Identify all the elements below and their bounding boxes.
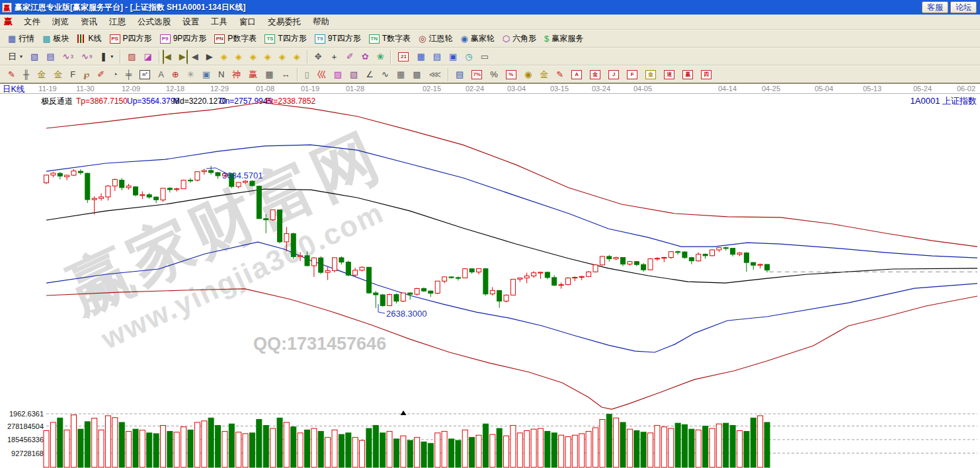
wave-line-button[interactable]: ∿ <box>378 67 393 82</box>
j-angle-button[interactable]: J <box>604 67 623 82</box>
grid-2-button[interactable]: ▩ <box>409 67 425 82</box>
world-clock-tool-button[interactable]: ◷ <box>461 50 476 64</box>
p-number-table-button[interactable]: PNP数字表 <box>210 32 261 46</box>
p-square-button[interactable]: PSP四方形 <box>106 32 156 46</box>
menu-item-settings[interactable]: 设置 <box>177 15 205 30</box>
candle-style-button[interactable]: ❚▾ <box>96 50 117 64</box>
gann-diamond-x-button[interactable]: ◈ <box>261 50 275 64</box>
calendar-tool-button[interactable]: 21 <box>394 50 413 64</box>
win-tool-button[interactable]: 赢 <box>245 67 261 82</box>
app-logo-small-icon: 赢 <box>4 16 13 28</box>
winner-wheel-button[interactable]: ◉赢家轮 <box>456 32 498 46</box>
fan-box-button[interactable]: ▨ <box>330 67 346 82</box>
color-chart-button[interactable]: ◪ <box>140 50 156 64</box>
circle-cross-button[interactable]: ⊕ <box>168 67 183 82</box>
win-angle-button[interactable]: 赢 <box>678 67 697 82</box>
flower-mark-tool-button[interactable]: ✿ <box>358 50 373 64</box>
wave-9-button[interactable]: ∿9 <box>77 50 96 64</box>
first-page-button[interactable]: ◀ <box>163 50 175 64</box>
percent-7-button[interactable]: 7% <box>468 67 486 82</box>
wave-3-button[interactable]: ∿3 <box>59 50 77 64</box>
menu-item-file[interactable]: 文件 <box>18 15 46 30</box>
star-circle-button[interactable]: ✳ <box>183 67 198 82</box>
gann-diamond-left-button[interactable]: ◈ <box>217 50 231 64</box>
box-tool-button[interactable]: ▯ <box>301 67 313 82</box>
n-square-button[interactable]: n² <box>136 67 154 82</box>
four-angle-button[interactable]: 四 <box>697 67 715 82</box>
menu-item-browse[interactable]: 浏览 <box>46 15 75 30</box>
9p-square-button[interactable]: P99P四方形 <box>156 32 211 46</box>
menu-item-tools[interactable]: 工具 <box>205 15 233 30</box>
customer-service-button[interactable]: 客服 <box>922 1 948 13</box>
quotes-button[interactable]: ▦行情 <box>4 32 38 46</box>
menu-item-gann[interactable]: 江恩 <box>103 15 132 30</box>
sectors-button[interactable]: ▩板块 <box>38 32 73 46</box>
next-page-button[interactable]: ▶ <box>202 50 217 64</box>
percent-lines-button[interactable]: % <box>502 67 520 82</box>
speed-angle-button[interactable]: 速 <box>660 67 678 82</box>
brush-tool-button[interactable]: ✐ <box>93 67 108 82</box>
gann-diamond-h-button[interactable]: ◈ <box>246 50 261 64</box>
gann-diamond-plus-button[interactable]: ◈ <box>275 50 290 64</box>
gann-wheel-button[interactable]: ◎江恩轮 <box>415 32 456 46</box>
fan-box-2-button[interactable]: ▧ <box>346 67 362 82</box>
print-tool-button[interactable]: ▭ <box>477 50 493 64</box>
menu-item-help[interactable]: 帮助 <box>307 15 335 30</box>
zoom-mark-tool-button[interactable]: ✐ <box>343 50 358 64</box>
shen-tool-button[interactable]: 神 <box>228 67 245 82</box>
menu-item-window[interactable]: 窗口 <box>233 15 262 30</box>
angle-a-button[interactable]: A <box>154 67 168 82</box>
percent-button[interactable]: % <box>486 67 502 82</box>
spiral-tool-button[interactable]: ℘ <box>79 67 93 82</box>
chart-period-label[interactable]: 日K线 <box>3 85 24 94</box>
pen-angle-button[interactable]: ✎ <box>552 67 567 82</box>
hexagon-button[interactable]: ⬡六角形 <box>499 32 540 46</box>
note-view-button[interactable]: ▤ <box>42 50 58 64</box>
menu-item-trade-order[interactable]: 交易委托 <box>262 15 307 30</box>
t-number-table-button[interactable]: TNT数字表 <box>365 32 415 46</box>
save-tool-button[interactable]: ▣ <box>445 50 461 64</box>
calculator-tool-button[interactable]: ▦ <box>413 50 429 64</box>
grid-1-button[interactable]: ▦ <box>393 67 409 82</box>
square-spiral-button[interactable]: ▣ <box>198 67 214 82</box>
forum-button[interactable]: 论坛 <box>950 1 977 13</box>
h-span-button[interactable]: ↔ <box>278 67 294 82</box>
gann-diamond-right-button[interactable]: ◈ <box>231 50 246 64</box>
notepad-tool-button[interactable]: ▤ <box>429 50 445 64</box>
t-square-button[interactable]: TST四方形 <box>261 32 310 46</box>
gold-angle-button[interactable]: 金 <box>586 67 604 82</box>
hand-tool-button[interactable]: ✥ <box>311 50 326 64</box>
gold-lines-button[interactable]: 金 <box>536 67 552 82</box>
period-daily-button[interactable]: 日▾ <box>4 50 26 64</box>
f-angle-button[interactable]: F <box>623 67 641 82</box>
gann-diamond-star-button[interactable]: ◈ <box>290 50 304 64</box>
gold-circle-button[interactable]: ◉ <box>520 67 536 82</box>
chart-window-button[interactable]: ▧ <box>26 50 42 64</box>
n-wave-button[interactable]: N <box>214 67 228 82</box>
menu-item-news[interactable]: 资讯 <box>75 15 103 30</box>
f-lines-button[interactable]: F <box>66 67 79 82</box>
fan-lines-button[interactable]: 巛 <box>313 67 330 82</box>
angle-line-button[interactable]: ∠ <box>362 67 378 82</box>
gold-ratio-1-button[interactable]: 金 <box>33 67 50 82</box>
gold-angle-2-button[interactable]: 金 <box>641 67 660 82</box>
mosaic-chart-button[interactable]: ▨ <box>124 50 140 64</box>
a-wave-button[interactable]: A <box>567 67 586 82</box>
grid-box-button[interactable]: ▦ <box>261 67 277 82</box>
stats-bars-button[interactable]: ▤ <box>452 67 468 82</box>
prev-page-button[interactable]: ◀ <box>188 50 202 64</box>
last-page-button[interactable]: ▶ <box>175 50 188 64</box>
winner-service-button[interactable]: $赢家服务 <box>540 32 587 46</box>
kline-chart[interactable]: 赢家财富网www.yingjia360.comQQ:173145764611-1… <box>0 84 980 468</box>
time-cycle-button[interactable]: ◔ <box>108 67 122 82</box>
pen-tool-button[interactable]: ✎ <box>4 67 19 82</box>
grid-lines-button[interactable]: ╪ <box>122 67 136 82</box>
gann-ruler-button[interactable]: ╫ <box>19 67 33 82</box>
kline-button[interactable]: K线 <box>73 32 106 46</box>
crosshair-tool-button[interactable]: ＋ <box>326 50 343 64</box>
analyze-tool-button[interactable]: ❀ <box>373 50 388 64</box>
gold-ratio-2-button[interactable]: 金 <box>50 67 66 82</box>
menu-item-formula-stock-pick[interactable]: 公式选股 <box>132 15 177 30</box>
9t-square-button[interactable]: T99T四方形 <box>311 32 365 46</box>
parallel-lines-button[interactable]: ⋘ <box>425 67 446 82</box>
